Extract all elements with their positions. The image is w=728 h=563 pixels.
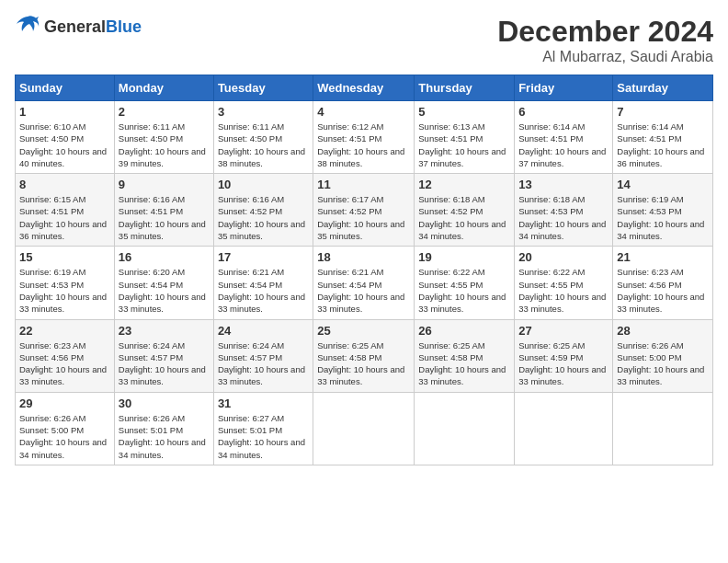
- calendar-cell: 22Sunrise: 6:23 AMSunset: 4:56 PMDayligh…: [16, 319, 115, 392]
- day-number: 27: [518, 324, 609, 338]
- calendar-cell: 2Sunrise: 6:11 AMSunset: 4:50 PMDaylight…: [114, 101, 213, 174]
- day-detail: Sunrise: 6:23 AMSunset: 4:56 PMDaylight:…: [19, 339, 110, 388]
- day-number: 8: [19, 178, 110, 191]
- weekday-header-tuesday: Tuesday: [213, 75, 313, 101]
- weekday-header-monday: Monday: [114, 75, 213, 101]
- day-detail: Sunrise: 6:21 AMSunset: 4:54 PMDaylight:…: [317, 266, 410, 315]
- day-number: 13: [518, 178, 609, 191]
- day-detail: Sunrise: 6:27 AMSunset: 5:01 PMDaylight:…: [218, 412, 309, 461]
- calendar-cell: 4Sunrise: 6:12 AMSunset: 4:51 PMDaylight…: [313, 101, 415, 174]
- day-detail: Sunrise: 6:15 AMSunset: 4:51 PMDaylight:…: [19, 193, 110, 242]
- day-number: 6: [518, 105, 609, 119]
- day-number: 24: [218, 324, 309, 338]
- day-number: 4: [317, 105, 410, 119]
- calendar-week-4: 22Sunrise: 6:23 AMSunset: 4:56 PMDayligh…: [16, 319, 713, 392]
- calendar-cell: 3Sunrise: 6:11 AMSunset: 4:50 PMDaylight…: [213, 101, 313, 174]
- weekday-header-thursday: Thursday: [415, 75, 515, 101]
- weekday-header-saturday: Saturday: [613, 75, 713, 101]
- calendar-body: 1Sunrise: 6:10 AMSunset: 4:50 PMDaylight…: [16, 101, 713, 465]
- day-detail: Sunrise: 6:23 AMSunset: 4:56 PMDaylight:…: [617, 266, 709, 315]
- day-detail: Sunrise: 6:11 AMSunset: 4:50 PMDaylight:…: [119, 121, 210, 169]
- day-number: 31: [218, 396, 309, 410]
- calendar-cell: 5Sunrise: 6:13 AMSunset: 4:51 PMDaylight…: [415, 101, 515, 174]
- day-number: 5: [418, 105, 510, 119]
- logo-icon: [15, 15, 40, 39]
- calendar-cell: 20Sunrise: 6:22 AMSunset: 4:55 PMDayligh…: [515, 247, 613, 319]
- day-number: 17: [218, 250, 309, 264]
- day-detail: Sunrise: 6:26 AMSunset: 5:00 PMDaylight:…: [617, 339, 709, 388]
- calendar-cell: 31Sunrise: 6:27 AMSunset: 5:01 PMDayligh…: [213, 392, 313, 465]
- calendar-week-5: 29Sunrise: 6:26 AMSunset: 5:00 PMDayligh…: [16, 392, 713, 465]
- day-detail: Sunrise: 6:25 AMSunset: 4:58 PMDaylight:…: [317, 339, 410, 388]
- calendar-cell: 21Sunrise: 6:23 AMSunset: 4:56 PMDayligh…: [613, 247, 713, 319]
- day-number: 19: [418, 250, 510, 264]
- calendar-cell: 29Sunrise: 6:26 AMSunset: 5:00 PMDayligh…: [16, 392, 115, 465]
- day-number: 2: [119, 105, 210, 119]
- day-detail: Sunrise: 6:22 AMSunset: 4:55 PMDaylight:…: [518, 266, 609, 315]
- day-detail: Sunrise: 6:25 AMSunset: 4:58 PMDaylight:…: [418, 339, 510, 388]
- calendar-cell: 17Sunrise: 6:21 AMSunset: 4:54 PMDayligh…: [213, 247, 313, 319]
- calendar-cell: 16Sunrise: 6:20 AMSunset: 4:54 PMDayligh…: [114, 247, 213, 319]
- day-detail: Sunrise: 6:19 AMSunset: 4:53 PMDaylight:…: [19, 266, 110, 315]
- day-number: 22: [19, 324, 110, 338]
- day-detail: Sunrise: 6:10 AMSunset: 4:50 PMDaylight:…: [19, 121, 110, 169]
- calendar-cell: 24Sunrise: 6:24 AMSunset: 4:57 PMDayligh…: [213, 319, 313, 392]
- header: GeneralBlue December 2024 Al Mubarraz, S…: [15, 15, 713, 65]
- calendar-cell: 19Sunrise: 6:22 AMSunset: 4:55 PMDayligh…: [415, 247, 515, 319]
- day-number: 14: [617, 178, 709, 191]
- calendar-cell: 10Sunrise: 6:16 AMSunset: 4:52 PMDayligh…: [213, 174, 313, 247]
- calendar-table: SundayMondayTuesdayWednesdayThursdayFrid…: [15, 75, 713, 465]
- calendar-cell: 6Sunrise: 6:14 AMSunset: 4:51 PMDaylight…: [515, 101, 613, 174]
- calendar-header: SundayMondayTuesdayWednesdayThursdayFrid…: [16, 75, 713, 101]
- day-detail: Sunrise: 6:12 AMSunset: 4:51 PMDaylight:…: [317, 121, 410, 169]
- weekday-header-friday: Friday: [515, 75, 613, 101]
- day-number: 1: [19, 105, 110, 119]
- day-number: 9: [119, 178, 210, 191]
- day-number: 15: [19, 250, 110, 264]
- day-detail: Sunrise: 6:22 AMSunset: 4:55 PMDaylight:…: [418, 266, 510, 315]
- calendar-cell: [415, 392, 515, 465]
- day-detail: Sunrise: 6:21 AMSunset: 4:54 PMDaylight:…: [218, 266, 309, 315]
- day-number: 21: [617, 250, 709, 264]
- calendar-cell: 14Sunrise: 6:19 AMSunset: 4:53 PMDayligh…: [613, 174, 713, 247]
- calendar-cell: 26Sunrise: 6:25 AMSunset: 4:58 PMDayligh…: [415, 319, 515, 392]
- day-number: 25: [317, 324, 410, 338]
- day-detail: Sunrise: 6:24 AMSunset: 4:57 PMDaylight:…: [119, 339, 210, 388]
- day-number: 30: [119, 396, 210, 410]
- day-detail: Sunrise: 6:19 AMSunset: 4:53 PMDaylight:…: [617, 193, 709, 242]
- weekday-header-sunday: Sunday: [16, 75, 115, 101]
- calendar-cell: 23Sunrise: 6:24 AMSunset: 4:57 PMDayligh…: [114, 319, 213, 392]
- day-detail: Sunrise: 6:13 AMSunset: 4:51 PMDaylight:…: [418, 121, 510, 169]
- day-detail: Sunrise: 6:20 AMSunset: 4:54 PMDaylight:…: [119, 266, 210, 315]
- day-detail: Sunrise: 6:18 AMSunset: 4:53 PMDaylight:…: [518, 193, 609, 242]
- day-detail: Sunrise: 6:16 AMSunset: 4:51 PMDaylight:…: [119, 193, 210, 242]
- calendar-cell: 30Sunrise: 6:26 AMSunset: 5:01 PMDayligh…: [114, 392, 213, 465]
- day-number: 3: [218, 105, 309, 119]
- calendar-cell: 28Sunrise: 6:26 AMSunset: 5:00 PMDayligh…: [613, 319, 713, 392]
- day-number: 12: [418, 178, 510, 191]
- day-detail: Sunrise: 6:24 AMSunset: 4:57 PMDaylight:…: [218, 339, 309, 388]
- logo: GeneralBlue: [15, 15, 142, 39]
- day-number: 10: [218, 178, 309, 191]
- day-number: 26: [418, 324, 510, 338]
- calendar-cell: [313, 392, 415, 465]
- calendar-week-3: 15Sunrise: 6:19 AMSunset: 4:53 PMDayligh…: [16, 247, 713, 319]
- weekday-header-row: SundayMondayTuesdayWednesdayThursdayFrid…: [16, 75, 713, 101]
- day-number: 28: [617, 324, 709, 338]
- day-number: 18: [317, 250, 410, 264]
- calendar-cell: [515, 392, 613, 465]
- location-title: Al Mubarraz, Saudi Arabia: [497, 49, 713, 65]
- day-number: 29: [19, 396, 110, 410]
- day-number: 7: [617, 105, 709, 119]
- calendar-week-2: 8Sunrise: 6:15 AMSunset: 4:51 PMDaylight…: [16, 174, 713, 247]
- day-detail: Sunrise: 6:26 AMSunset: 5:00 PMDaylight:…: [19, 412, 110, 461]
- day-detail: Sunrise: 6:25 AMSunset: 4:59 PMDaylight:…: [518, 339, 609, 388]
- title-area: December 2024 Al Mubarraz, Saudi Arabia: [497, 15, 713, 65]
- calendar-cell: 11Sunrise: 6:17 AMSunset: 4:52 PMDayligh…: [313, 174, 415, 247]
- calendar-cell: [613, 392, 713, 465]
- calendar-cell: 15Sunrise: 6:19 AMSunset: 4:53 PMDayligh…: [16, 247, 115, 319]
- calendar-cell: 13Sunrise: 6:18 AMSunset: 4:53 PMDayligh…: [515, 174, 613, 247]
- calendar-week-1: 1Sunrise: 6:10 AMSunset: 4:50 PMDaylight…: [16, 101, 713, 174]
- day-detail: Sunrise: 6:17 AMSunset: 4:52 PMDaylight:…: [317, 193, 410, 242]
- weekday-header-wednesday: Wednesday: [313, 75, 415, 101]
